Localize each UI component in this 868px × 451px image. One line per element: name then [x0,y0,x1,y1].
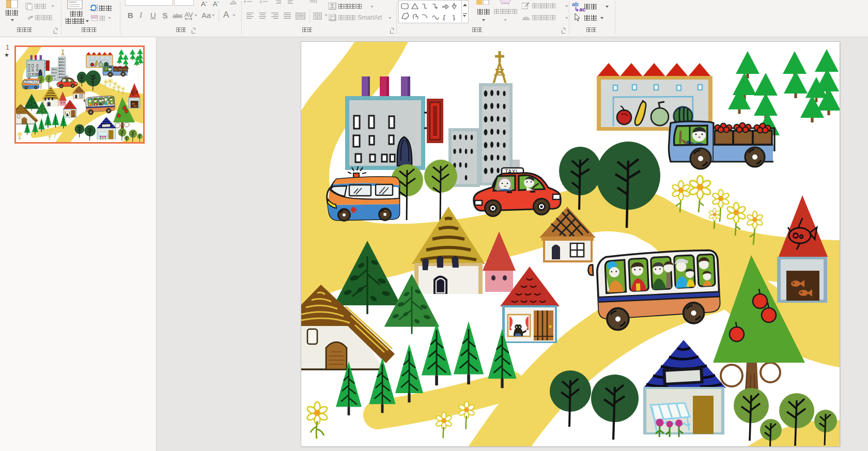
svg-text:3: 3 [259,0,262,4]
svg-text:}: } [453,13,455,21]
svg-text:{: { [443,13,445,21]
